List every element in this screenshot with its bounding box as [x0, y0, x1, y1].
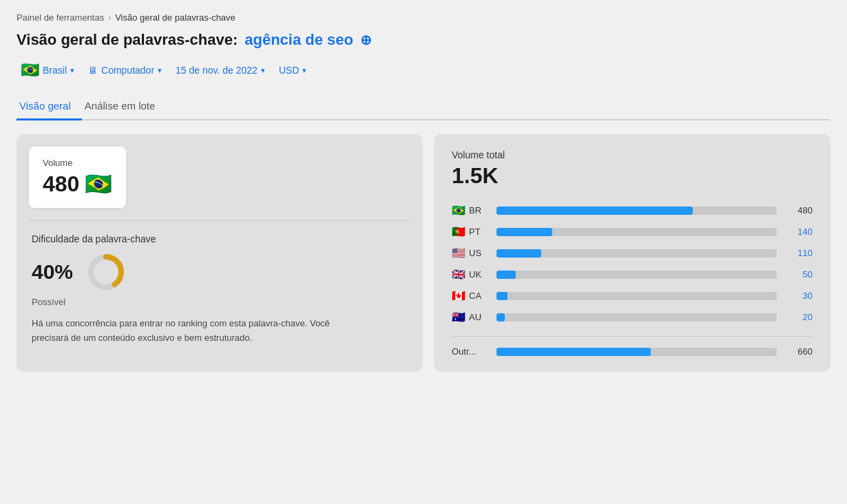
country-code: US: [469, 248, 481, 258]
country-filter[interactable]: 🇧🇷 Brasil ▾: [17, 59, 79, 82]
bar-value: 110: [784, 248, 813, 258]
date-chevron-icon: ▾: [261, 66, 265, 75]
kd-section: Dificuldade da palavra-chave 40% Possíve…: [17, 221, 423, 362]
bar-value: 20: [784, 312, 813, 322]
other-label: Outr...: [452, 346, 490, 357]
total-volume-value: 1.5K: [452, 163, 813, 189]
country-code: BR: [469, 205, 481, 216]
device-chevron-icon: ▾: [158, 66, 162, 75]
country-code: AU: [469, 312, 481, 322]
bar-fill: [496, 228, 552, 236]
bar-value: 480: [784, 205, 813, 216]
device-icon: 🖥: [88, 65, 98, 76]
kd-value-row: 40%: [32, 251, 408, 293]
bar-value: 30: [784, 291, 813, 301]
volume-card: Volume 480 🇧🇷: [29, 147, 126, 208]
brazil-flag-volume-icon: 🇧🇷: [85, 171, 112, 197]
bar-track: [496, 249, 777, 258]
other-bar-track: [496, 348, 777, 356]
country-row: 🇧🇷 BR 480: [452, 204, 813, 217]
kd-percent: 40%: [32, 260, 73, 284]
country-flag-code: 🇦🇺 AU: [452, 311, 490, 324]
page-title-keyword: agência de seo: [244, 31, 353, 49]
currency-filter-label: USD: [279, 65, 300, 76]
tab-analise-em-lote[interactable]: Análise em lote: [82, 94, 167, 120]
page-title: Visão geral de palavras-chave: agência d…: [17, 31, 830, 49]
other-bar-fill: [496, 348, 651, 356]
date-filter-label: 15 de nov. de 2022: [176, 65, 258, 76]
page-title-prefix: Visão geral de palavras-chave:: [17, 31, 238, 49]
currency-chevron-icon: ▾: [302, 66, 306, 75]
country-row: 🇺🇸 US 110: [452, 246, 813, 260]
country-flag-icon: 🇵🇹: [452, 225, 466, 238]
country-flag-icon: 🇺🇸: [452, 246, 466, 260]
total-volume-label: Volume total: [452, 149, 813, 160]
bar-value: 140: [784, 227, 813, 237]
kd-donut-chart: [85, 251, 127, 293]
device-filter-label: Computador: [101, 65, 154, 76]
bar-track: [496, 313, 777, 322]
country-filter-label: Brasil: [43, 65, 67, 76]
kd-possible-label: Possível: [32, 297, 408, 307]
bar-fill: [496, 292, 508, 300]
kd-description: Há uma concorrência para entrar no ranki…: [32, 317, 362, 346]
country-row: 🇵🇹 PT 140: [452, 225, 813, 238]
kd-title: Dificuldade da palavra-chave: [32, 233, 408, 244]
breadcrumb-home[interactable]: Painel de ferramentas: [17, 12, 104, 23]
country-bars: 🇧🇷 BR 480 🇵🇹 PT 140 🇺🇸 US: [452, 204, 813, 324]
bar-track: [496, 271, 777, 279]
breadcrumb: Painel de ferramentas › Visão geral de p…: [17, 12, 830, 23]
other-row: Outr... 660: [452, 336, 813, 357]
country-flag-icon: 🇨🇦: [452, 289, 466, 302]
breadcrumb-separator: ›: [108, 13, 111, 23]
bar-value: 50: [784, 269, 813, 280]
country-code: CA: [469, 291, 481, 301]
main-content: Volume 480 🇧🇷 Dificuldade da palavra-cha…: [17, 134, 830, 372]
country-row: 🇨🇦 CA 30: [452, 289, 813, 302]
country-chevron-icon: ▾: [70, 66, 74, 75]
country-flag-code: 🇧🇷 BR: [452, 204, 490, 217]
country-row: 🇦🇺 AU 20: [452, 311, 813, 324]
currency-filter[interactable]: USD ▾: [275, 62, 311, 78]
country-row: 🇬🇧 UK 50: [452, 268, 813, 281]
bar-fill: [496, 207, 693, 215]
other-value: 660: [784, 346, 813, 357]
bar-track: [496, 207, 777, 215]
country-flag-code: 🇬🇧 UK: [452, 268, 490, 281]
volume-value: 480 🇧🇷: [43, 171, 112, 197]
volume-label: Volume: [43, 158, 112, 168]
breadcrumb-current: Visão geral de palavras-chave: [115, 12, 236, 23]
country-flag-icon: 🇦🇺: [452, 311, 466, 324]
date-filter[interactable]: 15 de nov. de 2022 ▾: [171, 62, 269, 78]
country-flag-code: 🇵🇹 PT: [452, 225, 490, 238]
device-filter[interactable]: 🖥 Computador ▾: [84, 62, 166, 78]
country-flag-code: 🇨🇦 CA: [452, 289, 490, 302]
country-code: UK: [469, 269, 481, 280]
add-keyword-icon[interactable]: ⊕: [360, 32, 372, 48]
right-panel: Volume total 1.5K 🇧🇷 BR 480 🇵🇹 PT 140 �: [434, 134, 830, 372]
country-code: PT: [469, 227, 481, 237]
filters-row: 🇧🇷 Brasil ▾ 🖥 Computador ▾ 15 de nov. de…: [17, 59, 830, 82]
tabs-row: Visão geral Análise em lote: [17, 94, 830, 120]
country-flag-icon: 🇧🇷: [452, 204, 466, 217]
tab-visao-geral[interactable]: Visão geral: [17, 94, 82, 120]
left-panel: Volume 480 🇧🇷 Dificuldade da palavra-cha…: [17, 134, 423, 372]
brazil-flag-icon: 🇧🇷: [21, 61, 39, 79]
country-flag-code: 🇺🇸 US: [452, 246, 490, 260]
bar-track: [496, 292, 777, 300]
bar-fill: [496, 313, 505, 322]
bar-track: [496, 228, 777, 236]
country-flag-icon: 🇬🇧: [452, 268, 466, 281]
bar-fill: [496, 249, 541, 258]
bar-fill: [496, 271, 516, 279]
volume-number: 480: [43, 171, 79, 197]
